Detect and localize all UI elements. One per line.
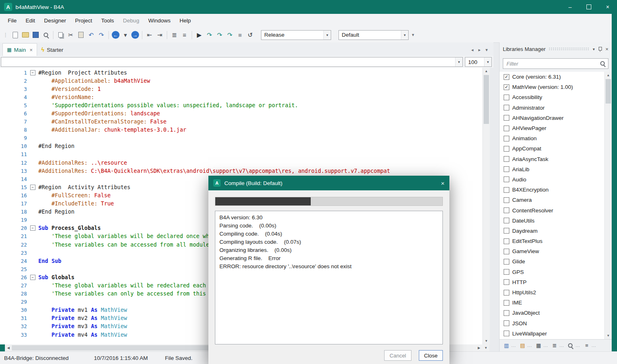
zoom-dropdown[interactable]: 100 ▾ [465, 57, 492, 67]
library-checkbox[interactable] [504, 95, 509, 100]
fold-toggle-icon[interactable]: − [30, 185, 35, 190]
panel-close-icon[interactable]: × [605, 46, 608, 52]
library-item[interactable]: GameView [500, 246, 612, 256]
tab-scroll-right-icon[interactable]: ▸ [478, 47, 481, 53]
fold-toggle-icon[interactable]: − [30, 70, 35, 75]
library-item[interactable]: JavaObject [500, 308, 612, 318]
library-item[interactable]: Camera [500, 195, 612, 205]
library-checkbox[interactable] [504, 136, 509, 141]
scroll-right-icon[interactable]: ▶ [475, 344, 482, 351]
library-item[interactable]: HttpUtils2 [500, 287, 612, 298]
search-in-files-icon[interactable] [41, 31, 51, 40]
save-icon[interactable] [31, 31, 41, 40]
library-item[interactable]: GPS [500, 267, 612, 277]
library-item[interactable]: AHNavigationDrawer [500, 113, 612, 123]
toolbar-overflow-icon[interactable]: ▾ [412, 32, 414, 38]
library-checkbox[interactable] [504, 290, 509, 296]
library-item[interactable]: Administrator [500, 103, 612, 113]
panel-drag-handle[interactable] [548, 47, 590, 51]
library-checkbox[interactable] [504, 331, 509, 336]
library-checkbox[interactable] [504, 279, 509, 285]
tab-scroll-left-icon[interactable]: ◂ [471, 47, 473, 53]
panel-logs-icon[interactable]: ≡ [583, 342, 590, 349]
menu-item-tools[interactable]: Tools [97, 18, 119, 24]
undo-icon[interactable]: ↶ [86, 31, 96, 40]
comment-icon[interactable]: ≣ [169, 31, 179, 40]
run-icon[interactable]: ▶ [194, 31, 204, 40]
panel-search-icon[interactable] [567, 342, 574, 349]
filter-input[interactable] [506, 60, 600, 67]
navigate-back-icon[interactable]: ← [112, 31, 119, 39]
library-checkbox[interactable] [504, 269, 509, 275]
library-item[interactable]: DateUtils [500, 216, 612, 226]
library-checkbox[interactable] [504, 126, 509, 131]
dialog-title-bar[interactable]: A Compile (Build: Default) × [208, 176, 449, 190]
copy-icon[interactable] [55, 31, 66, 40]
chevron-down-icon[interactable]: ▾ [401, 31, 408, 40]
back-history-dropdown-icon[interactable]: ▾ [120, 31, 130, 40]
step-out-icon[interactable]: ↷ [225, 31, 235, 40]
close-dialog-button[interactable]: Close [419, 350, 443, 361]
library-item[interactable]: IME [500, 298, 612, 308]
library-item[interactable]: AriaLib [500, 164, 612, 174]
library-checkbox[interactable] [504, 320, 509, 326]
close-button[interactable]: × [598, 0, 617, 14]
tab-main[interactable]: ▦Main× [2, 43, 37, 56]
scrollbar-thumb[interactable] [606, 79, 611, 104]
scrollbar-thumb[interactable] [484, 75, 489, 124]
chevron-down-icon[interactable]: ▾ [323, 31, 331, 40]
build-configuration-dropdown[interactable]: Release ▾ [261, 30, 331, 40]
new-file-icon[interactable] [10, 31, 20, 40]
panel-position-icon[interactable]: ▾ [593, 47, 595, 51]
library-checkbox[interactable] [504, 218, 509, 223]
restore-button[interactable] [579, 0, 598, 14]
library-item[interactable]: AriaAsyncTask [500, 154, 612, 164]
menu-item-file[interactable]: File [3, 18, 21, 24]
library-item[interactable]: JSON [500, 318, 612, 329]
library-item[interactable]: ✓MathView (version: 1.00) [500, 82, 612, 92]
scroll-left-icon[interactable]: ◀ [5, 344, 12, 351]
fold-toggle-icon[interactable]: − [30, 225, 35, 231]
library-item[interactable]: EditTextPlus [500, 236, 612, 246]
tab-close-icon[interactable]: × [30, 47, 33, 53]
library-item[interactable]: AHViewPager [500, 123, 612, 133]
scroll-down-icon[interactable]: ▼ [483, 338, 490, 344]
pin-icon[interactable] [597, 46, 602, 52]
menu-item-designer[interactable]: Designer [40, 18, 71, 24]
library-item[interactable]: B4XEncryption [500, 185, 612, 195]
library-item[interactable]: Animation [500, 133, 612, 143]
library-checkbox[interactable]: ✓ [504, 84, 509, 90]
library-checkbox[interactable] [504, 105, 509, 110]
dialog-close-icon[interactable]: × [441, 180, 445, 187]
paste-icon[interactable] [76, 31, 86, 40]
library-checkbox[interactable] [504, 176, 509, 182]
uncomment-icon[interactable]: ≡ [179, 31, 190, 40]
library-item[interactable]: Daydream [500, 226, 612, 236]
open-file-icon[interactable] [20, 31, 31, 40]
menu-item-debug[interactable]: Debug [119, 18, 144, 24]
code-navigator-dropdown[interactable]: ▾ [1, 57, 463, 67]
library-item[interactable]: LiveWallpaper [500, 329, 612, 339]
chevron-down-icon[interactable]: ▾ [455, 57, 462, 66]
step-into-icon[interactable]: ↷ [204, 31, 215, 40]
library-item[interactable]: AppCompat [500, 143, 612, 154]
fold-toggle-icon[interactable]: − [30, 275, 35, 280]
library-checkbox[interactable] [504, 228, 509, 234]
stop-icon[interactable]: ■ [235, 31, 245, 40]
library-checkbox[interactable] [504, 259, 509, 265]
libraries-scrollbar[interactable]: ▲ ▼ [604, 72, 612, 339]
library-item[interactable]: ✓Core (version: 6.31) [500, 72, 612, 82]
library-checkbox[interactable] [504, 146, 509, 152]
menu-item-windows[interactable]: Windows [144, 18, 175, 24]
indent-icon[interactable]: ⇥ [155, 31, 165, 40]
panel-list-icon[interactable]: ≣ [551, 342, 558, 349]
library-checkbox[interactable] [504, 187, 509, 193]
library-item[interactable]: ContentResolver [500, 205, 612, 215]
libraries-panel-header[interactable]: Libraries Manager ▾ × [500, 42, 612, 56]
minimize-button[interactable]: – [561, 0, 579, 14]
scroll-down-icon[interactable]: ▼ [605, 332, 612, 339]
step-over-icon[interactable]: ↷ [215, 31, 225, 40]
editor-vertical-scrollbar[interactable]: ▲ ▼ [482, 68, 490, 344]
chevron-down-icon[interactable]: ▾ [484, 57, 491, 66]
library-checkbox[interactable] [504, 238, 509, 244]
